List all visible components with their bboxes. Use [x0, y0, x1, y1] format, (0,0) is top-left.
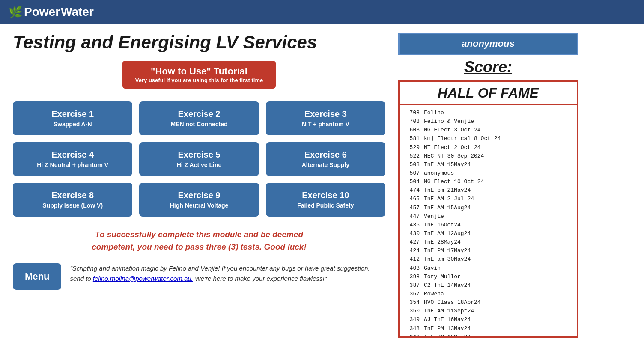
list-item: 508TnE AM 15May24 [405, 161, 572, 169]
hof-score: 465 [405, 195, 420, 203]
exercise-10-subtitle: Failed Public Safety [271, 202, 380, 209]
exercise-1-subtitle: Swapped A-N [18, 121, 127, 128]
exercise-2-subtitle: MEN not Connected [144, 121, 253, 128]
exercise-1-button[interactable]: Exercise 1Swapped A-N [13, 101, 132, 135]
logo-water: Water [61, 5, 94, 19]
hof-score: 367 [405, 290, 420, 298]
hof-name: TnE am 30May24 [424, 255, 572, 264]
list-item: 435TnE 16Oct24 [405, 221, 572, 229]
tutorial-button[interactable]: "How to Use" Tutorial Very useful if you… [122, 61, 276, 89]
hof-score: 507 [405, 169, 420, 178]
hof-name: Gavin [424, 264, 572, 273]
hof-name: Felino & Venjie [424, 117, 572, 126]
hof-name: TnE PM 13May24 [424, 324, 572, 333]
list-item: 427TnE 28May24 [405, 238, 572, 247]
tutorial-btn-container: "How to Use" Tutorial Very useful if you… [13, 61, 385, 89]
hall-of-fame-list[interactable]: 708Felino708Felino & Venjie603MG Elect 3… [400, 105, 577, 336]
list-item: 349AJ TnE 16May24 [405, 315, 572, 324]
list-item: 581kmj Electrical 8 Oct 24 [405, 134, 572, 143]
exercise-10-title: Exercise 10 [271, 190, 380, 200]
hof-score: 349 [405, 315, 420, 324]
exercise-4-button[interactable]: Exercise 4Hi Z Neutral + phantom V [13, 142, 132, 176]
hof-name: TnE 28May24 [424, 238, 572, 247]
exercise-3-button[interactable]: Exercise 3NIT + phantom V [266, 101, 385, 135]
hof-name: TnE PM 15May24 [424, 333, 572, 336]
right-panel: anonymous Score: HALL OF FAME 708Felino7… [398, 33, 578, 338]
exercise-8-button[interactable]: Exercise 8Supply Issue (Low V) [13, 183, 132, 217]
logo-icon: 🌿 [9, 6, 22, 19]
exercise-9-button[interactable]: Exercise 9High Neutral Voltage [139, 183, 259, 217]
list-item: 529NT Elect 2 Oct 24 [405, 143, 572, 152]
list-item: 708Felino & Venjie [405, 117, 572, 126]
hof-name: MG Elect 3 Oct 24 [424, 126, 572, 134]
hof-name: TnE AM 15Aug24 [424, 204, 572, 212]
hof-name: NT Elect 2 Oct 24 [424, 143, 572, 152]
menu-button[interactable]: Menu [13, 263, 61, 290]
hof-name: TnE PM 17May24 [424, 247, 572, 255]
list-item: 398Tory Muller [405, 273, 572, 281]
hof-name: AJ TnE 16May24 [424, 315, 572, 324]
list-item: 354HVO Class 18Apr24 [405, 298, 572, 307]
completion-line-1: To successfully complete this module and… [95, 230, 303, 239]
list-item: 367Rowena [405, 290, 572, 298]
exercise-9-subtitle: High Neutral Voltage [144, 202, 253, 209]
header: 🌿 PowerWater [0, 0, 644, 24]
bottom-section: Menu "Scripting and animation magic by F… [13, 263, 385, 290]
tutorial-button-subtitle: Very useful if you are using this for th… [135, 77, 263, 83]
list-item: 708Felino [405, 109, 572, 117]
bottom-email-link[interactable]: felino.molina@powerwater.com.au. [93, 275, 193, 282]
hof-score: 522 [405, 152, 420, 161]
hall-of-fame-box: HALL OF FAME 708Felino708Felino & Venjie… [398, 80, 578, 338]
left-panel: Testing and Energising LV Services "How … [13, 33, 385, 338]
hof-score: 350 [405, 307, 420, 315]
hof-name: anonymous [424, 169, 572, 178]
list-item: 474TnE pm 21May24 [405, 186, 572, 195]
hof-name: C2 TnE 14May24 [424, 281, 572, 290]
list-item: 507anonymous [405, 169, 572, 178]
list-item: 412TnE am 30May24 [405, 255, 572, 264]
hof-score: 435 [405, 221, 420, 229]
exercise-3-subtitle: NIT + phantom V [271, 121, 380, 128]
hof-name: TnE 16Oct24 [424, 221, 572, 229]
exercise-9-title: Exercise 9 [144, 190, 253, 200]
logo: 🌿 PowerWater [9, 5, 94, 19]
exercise-8-subtitle: Supply Issue (Low V) [18, 202, 127, 209]
exercise-2-title: Exercise 2 [144, 109, 253, 119]
list-item: 350TnE AM 11Sept24 [405, 307, 572, 315]
exercise-10-button[interactable]: Exercise 10Failed Public Safety [266, 183, 385, 217]
hof-score: 348 [405, 324, 420, 333]
list-item: 403Gavin [405, 264, 572, 273]
hof-score: 508 [405, 161, 420, 169]
list-item: 504MG Elect 10 Oct 24 [405, 178, 572, 186]
exercise-8-title: Exercise 8 [18, 190, 127, 200]
list-item: 603MG Elect 3 Oct 24 [405, 126, 572, 134]
hof-score: 398 [405, 273, 420, 281]
list-item: 522MEC NT 30 Sep 2024 [405, 152, 572, 161]
user-badge: anonymous [398, 33, 578, 55]
main-content: Testing and Energising LV Services "How … [0, 24, 644, 346]
list-item: 465TnE AM 2 Jul 24 [405, 195, 572, 203]
page-title: Testing and Energising LV Services [13, 33, 385, 52]
list-item: 387C2 TnE 14May24 [405, 281, 572, 290]
hall-of-fame-title: HALL OF FAME [400, 82, 577, 105]
hof-name: Venjie [424, 212, 572, 221]
exercise-3-title: Exercise 3 [271, 109, 380, 119]
list-item: 424TnE PM 17May24 [405, 247, 572, 255]
list-item: 457TnE AM 15Aug24 [405, 204, 572, 212]
hof-score: 504 [405, 178, 420, 186]
logo-power: Power [24, 5, 60, 19]
score-label: Score: [398, 58, 578, 76]
exercise-1-title: Exercise 1 [18, 109, 127, 119]
exercise-6-button[interactable]: Exercise 6Alternate Supply [266, 142, 385, 176]
hof-name: MEC NT 30 Sep 2024 [424, 152, 572, 161]
hof-score: 457 [405, 204, 420, 212]
hof-name: TnE AM 11Sept24 [424, 307, 572, 315]
exercise-5-button[interactable]: Exercise 5Hi Z Active Line [139, 142, 259, 176]
hof-score: 529 [405, 143, 420, 152]
bottom-text: "Scripting and animation magic by Felino… [70, 263, 385, 284]
hof-score: 424 [405, 247, 420, 255]
list-item: 348TnE PM 13May24 [405, 324, 572, 333]
exercise-2-button[interactable]: Exercise 2MEN not Connected [139, 101, 259, 135]
hof-name: TnE AM 12Aug24 [424, 229, 572, 238]
completion-line-2: competent, you need to pass three (3) te… [92, 242, 306, 251]
